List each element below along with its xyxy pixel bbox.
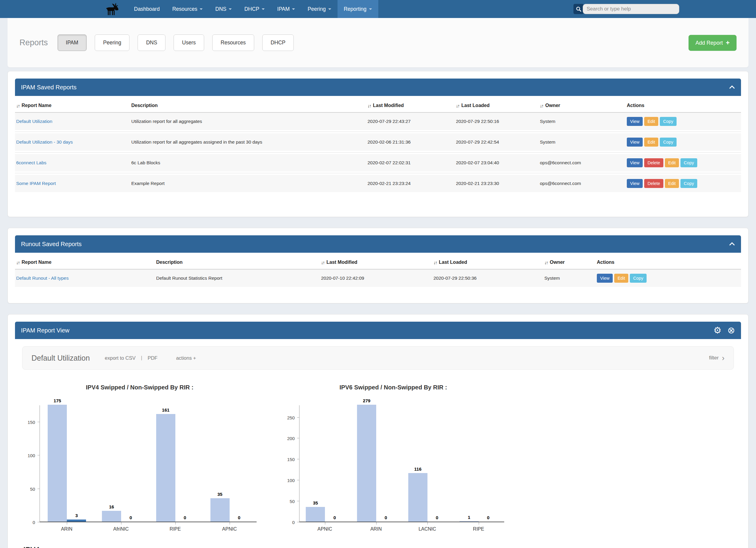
search-input[interactable] xyxy=(583,4,679,14)
table-row: Some IPAM ReportExample Report2020-02-21… xyxy=(15,175,741,192)
export-pdf-link[interactable]: PDF xyxy=(147,355,157,361)
tab-dhcp[interactable]: DHCP xyxy=(262,34,294,51)
sort-icon: ↓↑ xyxy=(540,103,543,108)
view-button[interactable]: View xyxy=(627,179,643,188)
export-csv-link[interactable]: export to CSV xyxy=(105,355,136,361)
bar-value-label: 16 xyxy=(109,504,114,509)
bar-non-swipped-arin xyxy=(67,520,86,522)
ipam-saved-reports-header: IPAM Saved Reports xyxy=(15,79,741,96)
bar-swipped-lacnic xyxy=(408,473,427,522)
column-header-last-loaded[interactable]: ↓↑Last Loaded xyxy=(433,260,544,265)
report-link[interactable]: Some IPAM Report xyxy=(16,181,56,186)
delete-button[interactable]: Delete xyxy=(644,179,663,188)
bar-swipped-ripe xyxy=(460,521,479,522)
chevron-up-icon[interactable] xyxy=(729,242,735,246)
tab-dns[interactable]: DNS xyxy=(138,34,165,51)
bar-group: 1753 xyxy=(40,405,94,522)
moose-logo-icon[interactable] xyxy=(103,0,122,18)
column-header-report-name[interactable]: ↓↑Report Name xyxy=(15,103,131,108)
table-header-row: ↓↑Report NameDescription↓↑Last Modified↓… xyxy=(15,99,741,113)
cell-owner: System xyxy=(544,275,597,281)
copy-button[interactable]: Copy xyxy=(680,158,697,167)
runout-reports-table: ↓↑Report NameDescription↓↑Last Modified↓… xyxy=(15,256,741,296)
tab-peering[interactable]: Peering xyxy=(95,34,129,51)
nav-dns[interactable]: DNS xyxy=(209,0,238,18)
x-tick-mark xyxy=(121,522,121,525)
view-button[interactable]: View xyxy=(627,138,643,147)
cell-owner: ops@6connect.com xyxy=(540,181,627,186)
chevron-up-icon[interactable] xyxy=(729,85,735,89)
bar-value-label: 0 xyxy=(129,515,132,520)
nav-resources[interactable]: Resources xyxy=(166,0,209,18)
y-tick-label: 0 xyxy=(33,520,35,525)
copy-button[interactable]: Copy xyxy=(630,274,647,283)
copy-button[interactable]: Copy xyxy=(680,179,697,188)
add-report-button[interactable]: Add Report + xyxy=(689,35,737,51)
caret-down-icon xyxy=(328,8,331,10)
x-tick-mark xyxy=(427,522,428,525)
cell-description: 6c Lab Blocks xyxy=(131,160,368,165)
bar-value-label: 0 xyxy=(184,515,186,520)
report-link[interactable]: Default Utilization xyxy=(16,119,52,124)
bar-swipped-arin xyxy=(48,405,67,522)
y-tick-label: 150 xyxy=(287,457,295,462)
plus-icon: + xyxy=(726,40,730,46)
runout-saved-reports-header: Runout Saved Reports xyxy=(15,235,741,253)
column-header-owner[interactable]: ↓↑Owner xyxy=(544,260,597,265)
delete-button[interactable]: Delete xyxy=(644,158,663,167)
nav-peering[interactable]: Peering xyxy=(301,0,337,18)
report-name: Default Utilization xyxy=(31,354,90,362)
report-link[interactable]: 6connect Labs xyxy=(16,160,46,165)
bar-swipped-apnic xyxy=(306,507,325,522)
nav-ipam[interactable]: IPAM xyxy=(271,0,302,18)
edit-button[interactable]: Edit xyxy=(665,179,679,188)
tab-ipam[interactable]: IPAM xyxy=(58,34,87,51)
gear-icon[interactable]: ⚙ xyxy=(713,326,722,335)
cell-last-loaded: 2020-07-29 22:42:54 xyxy=(456,139,540,145)
edit-button[interactable]: Edit xyxy=(614,274,628,283)
y-tick-label: 50 xyxy=(30,487,35,492)
edit-button[interactable]: Edit xyxy=(644,138,658,147)
sort-icon: ↓↑ xyxy=(321,260,324,265)
x-tick-label: LACNIC xyxy=(402,522,453,532)
edit-button[interactable]: Edit xyxy=(644,117,658,126)
column-header-report-name[interactable]: ↓↑Report Name xyxy=(15,260,156,265)
copy-button[interactable]: Copy xyxy=(660,138,677,147)
copy-button[interactable]: Copy xyxy=(660,117,677,126)
page-content: IPAM Saved Reports ↓↑Report NameDescript… xyxy=(0,67,756,548)
y-tick-label: 100 xyxy=(287,478,295,483)
column-header-owner[interactable]: ↓↑Owner xyxy=(540,103,627,108)
column-header-last-modified[interactable]: ↓↑Last Modified xyxy=(321,260,433,265)
report-link[interactable]: Default Runout - All types xyxy=(16,275,69,281)
tab-users[interactable]: Users xyxy=(174,34,204,51)
nav-dhcp[interactable]: DHCP xyxy=(238,0,271,18)
tab-resources[interactable]: Resources xyxy=(212,34,254,51)
column-header-last-modified[interactable]: ↓↑Last Modified xyxy=(368,103,456,108)
view-button[interactable]: View xyxy=(597,274,613,283)
toolbar-separator: | xyxy=(141,355,142,361)
edit-button[interactable]: Edit xyxy=(665,158,679,167)
y-tick-mark xyxy=(297,417,299,418)
chart-title: IPV4 Swipped / Non-Swipped By RIR : xyxy=(23,384,257,391)
ipam-report-view-header: IPAM Report View ⚙ ⊗ xyxy=(15,322,741,339)
nav-dashboard[interactable]: Dashboard xyxy=(128,0,166,18)
close-icon[interactable]: ⊗ xyxy=(728,326,735,335)
search-icon[interactable] xyxy=(573,4,584,14)
nav-reporting[interactable]: Reporting xyxy=(338,0,378,18)
filter-link[interactable]: filter › xyxy=(709,355,725,361)
bar-value-label: 35 xyxy=(217,492,222,497)
y-tick-mark xyxy=(297,501,299,501)
top-navbar: Dashboard Resources DNS DHCP IPAM Peerin… xyxy=(0,0,756,18)
bar-group: 2790 xyxy=(351,405,402,522)
sort-icon: ↓↑ xyxy=(433,260,437,265)
column-header-last-loaded[interactable]: ↓↑Last Loaded xyxy=(456,103,540,108)
view-button[interactable]: View xyxy=(627,158,643,167)
x-tick-mark xyxy=(230,522,230,525)
actions-link[interactable]: actions + xyxy=(176,355,196,361)
report-link[interactable]: Default Utilization - 30 days xyxy=(16,139,73,144)
x-axis: ARINAfriNICRIPEAPNIC xyxy=(40,522,257,532)
cell-last-modified: 2020-07-29 22:43:27 xyxy=(368,119,456,124)
bar-value-label: 1 xyxy=(468,515,470,520)
view-button[interactable]: View xyxy=(627,117,643,126)
x-tick-mark xyxy=(175,522,176,525)
